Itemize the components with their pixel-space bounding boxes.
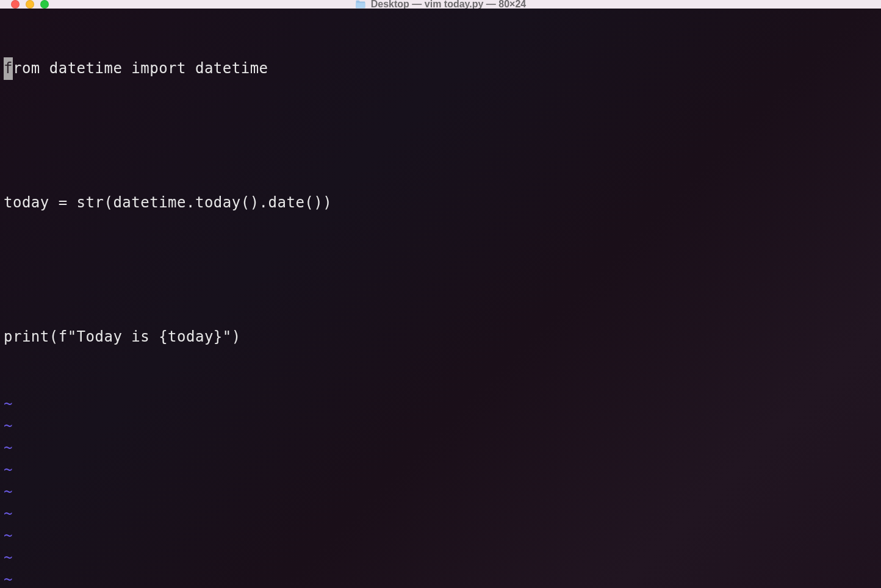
titlebar[interactable]: Desktop — vim today.py — 80×24 — [0, 0, 881, 9]
empty-line-tilde: ~ — [4, 568, 877, 588]
empty-line-tilde: ~ — [4, 393, 877, 415]
code-line-3[interactable]: today = str(datetime.today().date()) — [4, 192, 877, 213]
empty-line-tilde: ~ — [4, 459, 877, 481]
minimize-button[interactable] — [26, 0, 34, 9]
terminal-window: Desktop — vim today.py — 80×24 from date… — [0, 0, 881, 588]
code-line-5[interactable]: print(f"Today is {today}") — [4, 326, 877, 348]
empty-line-tilde: ~ — [4, 503, 877, 525]
code-text: rom datetime import datetime — [13, 60, 268, 77]
folder-icon — [355, 0, 366, 9]
terminal-body[interactable]: from datetime import datetime today = st… — [0, 9, 881, 588]
maximize-button[interactable] — [40, 0, 49, 9]
empty-line-tilde: ~ — [4, 437, 877, 459]
cursor: f — [4, 57, 13, 80]
window-controls — [11, 0, 49, 9]
editor-content[interactable]: from datetime import datetime today = st… — [4, 12, 877, 588]
empty-lines-region: ~~~~~~~~~~~~~~~~~ — [4, 393, 877, 588]
code-line-2[interactable] — [4, 124, 877, 146]
empty-line-tilde: ~ — [4, 415, 877, 437]
empty-line-tilde: ~ — [4, 547, 877, 568]
close-button[interactable] — [11, 0, 20, 9]
empty-line-tilde: ~ — [4, 525, 877, 547]
code-line-4[interactable] — [4, 259, 877, 281]
code-line-1[interactable]: from datetime import datetime — [4, 57, 877, 79]
empty-line-tilde: ~ — [4, 481, 877, 503]
